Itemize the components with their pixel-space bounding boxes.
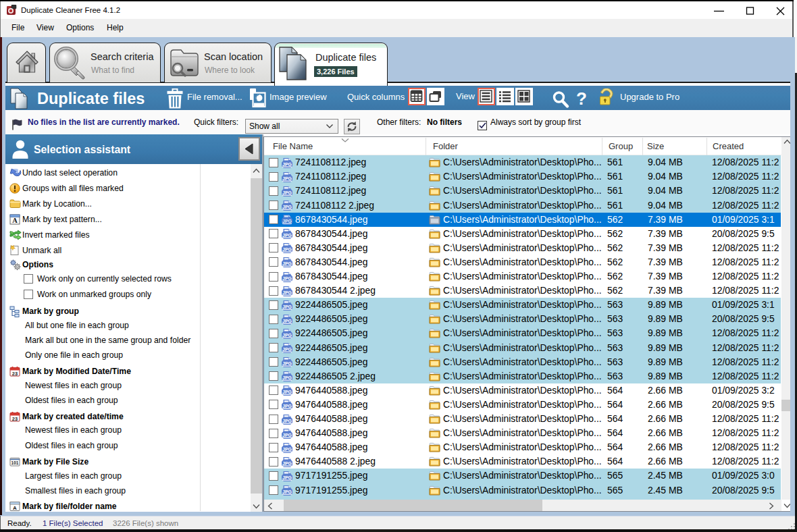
svg-text:JPG: JPG: [282, 290, 292, 294]
svg-text:JPG: JPG: [282, 219, 292, 223]
svg-text:JPG: JPG: [282, 460, 292, 465]
svg-text:JPG: JPG: [282, 375, 292, 380]
svg-text:JPG: JPG: [282, 176, 292, 180]
svg-text:JPG: JPG: [282, 333, 292, 338]
svg-text:JPG: JPG: [282, 390, 292, 394]
svg-text:101: 101: [11, 460, 19, 465]
svg-text:JPG: JPG: [282, 489, 292, 494]
svg-text:JPG: JPG: [282, 475, 292, 480]
svg-text:JPG: JPG: [282, 275, 292, 280]
svg-text:23: 23: [12, 371, 18, 377]
svg-text:JPG: JPG: [282, 318, 292, 323]
svg-text:JPG: JPG: [282, 233, 292, 238]
svg-text:JPG: JPG: [282, 247, 292, 252]
svg-text:JPG: JPG: [282, 404, 292, 408]
svg-text:JPG: JPG: [282, 261, 292, 266]
svg-text:JPG: JPG: [282, 304, 292, 309]
svg-text:JPG: JPG: [282, 361, 292, 366]
svg-text:A: A: [13, 505, 17, 511]
svg-text:JPG: JPG: [282, 418, 292, 423]
svg-text:JPG: JPG: [282, 205, 292, 209]
svg-text:A: A: [12, 217, 18, 224]
svg-text:JPG: JPG: [282, 161, 292, 166]
svg-text:23: 23: [12, 416, 18, 422]
svg-text:JPG: JPG: [282, 432, 292, 437]
svg-text:JPG: JPG: [282, 446, 292, 451]
svg-text:JPG: JPG: [282, 347, 292, 352]
svg-text:JPG: JPG: [282, 190, 292, 195]
